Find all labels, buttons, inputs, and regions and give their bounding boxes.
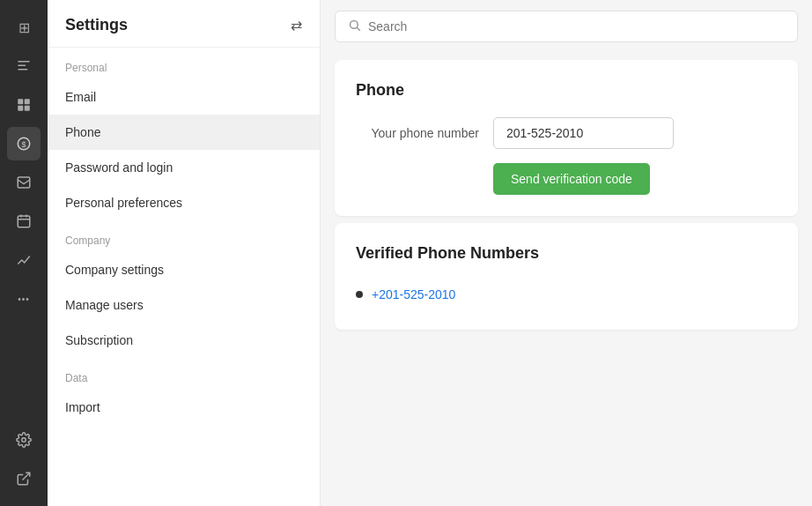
sidebar-item-phone[interactable]: Phone xyxy=(48,115,320,150)
sidebar: Settings ⇄ Personal Email Phone Password… xyxy=(48,0,321,506)
sidebar-item-password[interactable]: Password and login xyxy=(48,150,320,185)
sidebar-item-preferences[interactable]: Personal preferences xyxy=(48,185,320,220)
phone-input[interactable] xyxy=(493,117,674,149)
svg-rect-3 xyxy=(18,99,23,104)
section-label-company: Company xyxy=(48,220,320,252)
phone-form-row: Your phone number xyxy=(356,117,777,149)
sidebar-item-import[interactable]: Import xyxy=(48,390,320,425)
search-icon xyxy=(348,19,361,34)
search-bar xyxy=(335,11,798,42)
verified-bullet xyxy=(356,291,363,298)
main-content: Phone Your phone number Send verificatio… xyxy=(321,0,812,506)
svg-text:$: $ xyxy=(21,140,26,149)
verified-number-link[interactable]: +201-525-2010 xyxy=(372,287,455,301)
phone-label: Your phone number xyxy=(356,126,479,140)
section-label-personal: Personal xyxy=(48,48,320,79)
svg-rect-1 xyxy=(18,65,26,67)
sidebar-title: Settings xyxy=(65,16,128,34)
home-icon[interactable]: ⊞ xyxy=(7,11,41,44)
inbox-icon[interactable] xyxy=(7,166,41,199)
svg-rect-2 xyxy=(18,69,27,71)
svg-rect-0 xyxy=(18,61,30,63)
icon-bar: ⊞ $ ••• xyxy=(0,0,48,506)
calendar-icon[interactable] xyxy=(7,205,41,238)
contacts-icon[interactable] xyxy=(7,49,41,83)
dashboard-icon[interactable] xyxy=(7,88,41,122)
search-input[interactable] xyxy=(368,19,785,33)
sidebar-header: Settings ⇄ xyxy=(48,0,320,48)
svg-point-14 xyxy=(22,438,26,443)
send-verification-button[interactable]: Send verification code xyxy=(493,163,650,195)
svg-rect-4 xyxy=(25,99,30,104)
export-icon[interactable] xyxy=(7,462,41,495)
phone-card: Phone Your phone number Send verificatio… xyxy=(335,60,798,216)
billing-icon[interactable]: $ xyxy=(7,127,41,160)
sidebar-item-subscription[interactable]: Subscription xyxy=(48,323,320,358)
svg-line-15 xyxy=(23,473,30,480)
svg-point-16 xyxy=(351,21,358,29)
transfer-icon[interactable]: ⇄ xyxy=(291,17,302,33)
sidebar-item-manage-users[interactable]: Manage users xyxy=(48,287,320,323)
svg-line-17 xyxy=(357,27,359,30)
sidebar-item-company-settings[interactable]: Company settings xyxy=(48,252,320,287)
sidebar-item-email[interactable]: Email xyxy=(48,79,320,115)
more-icon[interactable]: ••• xyxy=(7,282,41,316)
verified-number-item: +201-525-2010 xyxy=(356,284,777,305)
svg-rect-5 xyxy=(18,106,23,111)
analytics-icon[interactable] xyxy=(7,243,41,277)
verified-numbers-card: Verified Phone Numbers +201-525-2010 xyxy=(335,223,798,330)
section-label-data: Data xyxy=(48,358,320,390)
verified-numbers-title: Verified Phone Numbers xyxy=(356,244,777,263)
phone-card-title: Phone xyxy=(356,81,777,100)
search-bar-container xyxy=(321,0,812,53)
verified-numbers-list: +201-525-2010 xyxy=(356,280,777,309)
svg-rect-10 xyxy=(18,216,30,227)
svg-rect-6 xyxy=(25,106,30,111)
svg-rect-9 xyxy=(18,177,30,188)
settings-icon[interactable] xyxy=(7,423,41,457)
